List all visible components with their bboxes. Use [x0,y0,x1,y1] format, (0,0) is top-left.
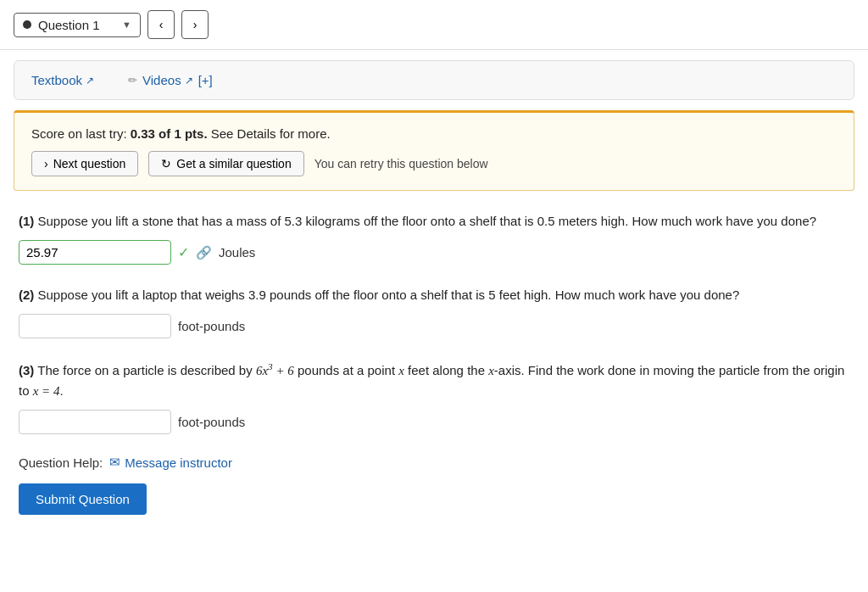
question-3-input[interactable] [19,410,171,434]
similar-question-label: Get a similar question [176,157,291,170]
question-1-number: (1) [19,214,34,228]
textbook-link[interactable]: Textbook ↗ [31,73,94,87]
pencil-icon: ✏ [128,74,137,87]
chevron-down-icon: ▼ [122,20,131,30]
prev-arrow-icon: ‹ [159,18,164,31]
similar-question-button[interactable]: ↻ Get a similar question [148,151,303,176]
question-1-text: (1) Suppose you lift a stone that has a … [19,211,849,232]
question-item-1: (1) Suppose you lift a stone that has a … [19,211,849,265]
message-instructor-link[interactable]: ✉ Message instructor [109,455,232,470]
math-eq: x = 4 [33,384,60,398]
question-2-body: Suppose you lift a laptop that weighs 3.… [34,288,739,302]
question-1-unit: Joules [219,245,255,260]
score-text: Score on last try: 0.33 of 1 pts. See De… [31,126,837,141]
question-item-3: (3) The force on a particle is described… [19,359,849,434]
next-question-button[interactable]: › Next question [31,151,138,176]
chevron-right-icon: › [44,157,48,170]
videos-group: ✏ Videos ↗ [+] [128,73,213,87]
resources-panel: Textbook ↗ ✏ Videos ↗ [+] [14,60,854,100]
math-axis: x [488,364,494,377]
score-prefix: Score on last try: [31,126,131,141]
score-box: Score on last try: 0.33 of 1 pts. See De… [14,110,854,191]
next-question-label: Next question [53,157,126,170]
score-suffix: See Details for more. [208,126,331,141]
videos-link[interactable]: Videos ↗ [142,73,193,87]
question-3-text: (3) The force on a particle is described… [19,359,849,401]
question-3-number: (3) [19,363,34,377]
submit-label: Submit Question [36,492,130,506]
question-dropdown[interactable]: Question 1 ▼ [14,13,141,37]
message-instructor-label: Message instructor [125,455,232,470]
submit-question-button[interactable]: Submit Question [19,483,147,515]
math-expr: 6x3 + 6 [256,364,294,377]
question-2-answer-row: foot-pounds [19,314,849,338]
question-content: (1) Suppose you lift a stone that has a … [0,204,868,528]
link-icon[interactable]: 🔗 [196,245,212,260]
math-x: x [398,364,404,377]
question-1-body: Suppose you lift a stone that has a mass… [34,214,816,228]
prev-question-button[interactable]: ‹ [147,10,175,39]
textbook-label: Textbook [31,73,82,87]
videos-external-icon: ↗ [185,75,193,87]
mail-icon: ✉ [109,455,120,470]
score-value: 0.33 of 1 pts. [131,126,208,141]
question-2-unit: foot-pounds [178,319,245,333]
question-label: Question 1 [38,18,100,32]
question-3-unit: foot-pounds [178,415,245,429]
videos-label: Videos [142,73,181,87]
question-3-answer-row: foot-pounds [19,410,849,434]
question-1-input[interactable] [19,240,171,265]
question-1-answer-row: ✓ 🔗 Joules [19,240,849,265]
question-2-number: (2) [19,288,34,302]
help-label: Question Help: [19,455,103,470]
retry-text: You can retry this question below [314,157,488,170]
top-navigation: Question 1 ▼ ‹ › [0,0,868,50]
question-help: Question Help: ✉ Message instructor [19,455,849,470]
check-icon: ✓ [178,244,189,260]
question-2-input[interactable] [19,314,171,338]
score-actions: › Next question ↻ Get a similar question… [31,151,837,176]
refresh-icon: ↻ [161,157,171,170]
question-item-2: (2) Suppose you lift a laptop that weigh… [19,285,849,338]
question-dot-indicator [23,20,31,29]
question-2-text: (2) Suppose you lift a laptop that weigh… [19,285,849,305]
plus-label[interactable]: [+] [198,73,213,87]
next-question-button[interactable]: › [181,10,209,39]
next-arrow-icon: › [193,18,198,31]
textbook-external-icon: ↗ [86,75,94,87]
